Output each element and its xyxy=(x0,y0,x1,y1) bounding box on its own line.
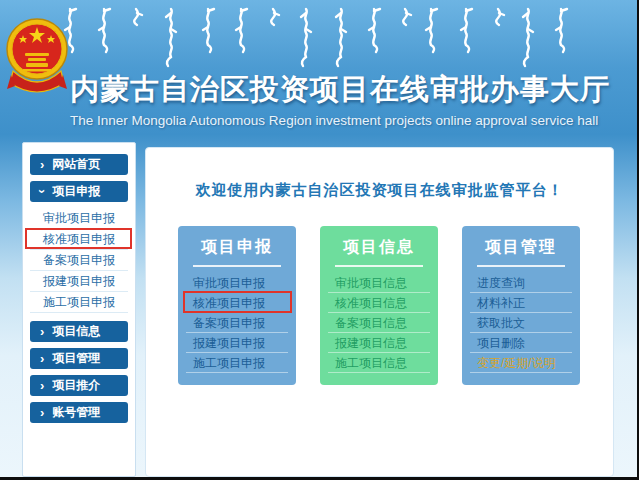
card-link-material-correction[interactable]: 材料补正 xyxy=(470,293,572,313)
card-link-progress-query[interactable]: 进度查询 xyxy=(470,273,572,293)
submenu-item-record-declare[interactable]: 备案项目申报 xyxy=(30,250,128,271)
card-divider xyxy=(477,265,565,267)
sidebar-item-project-info[interactable]: › 项目信息 xyxy=(30,321,128,342)
sidebar-item-project-promote[interactable]: › 项目推介 xyxy=(30,375,128,396)
card-link-construction-info[interactable]: 施工项目信息 xyxy=(328,353,430,373)
card-project-declare: 项目申报 审批项目申报 核准项目申报 备案项目申报 报建项目申报 施工项目申报 xyxy=(178,226,296,385)
shortcut-cards: 项目申报 审批项目申报 核准项目申报 备案项目申报 报建项目申报 施工项目申报 … xyxy=(146,226,613,385)
sidebar-submenu: 审批项目申报 核准项目申报 备案项目申报 报建项目申报 施工项目申报 xyxy=(30,208,128,313)
submenu-item-verify-declare[interactable]: 核准项目申报 xyxy=(30,229,128,250)
card-link-approval-declare[interactable]: 审批项目申报 xyxy=(186,273,288,293)
sidebar: › 网站首页 › 项目申报 审批项目申报 核准项目申报 备案项目申报 报建项目申… xyxy=(22,142,136,477)
sidebar-item-label: 账号管理 xyxy=(52,404,100,421)
sidebar-item-account-manage[interactable]: › 账号管理 xyxy=(30,402,128,423)
chevron-down-icon: › xyxy=(36,189,49,193)
card-link-record-declare[interactable]: 备案项目申报 xyxy=(186,313,288,333)
chevron-right-icon: › xyxy=(40,325,44,338)
card-link-verify-info[interactable]: 核准项目信息 xyxy=(328,293,430,313)
sidebar-item-label: 项目推介 xyxy=(52,377,100,394)
main-panel: 欢迎使用内蒙古自治区投资项目在线审批监管平台！ 项目申报 审批项目申报 核准项目… xyxy=(145,147,614,477)
chevron-right-icon: › xyxy=(40,158,44,171)
page: 内蒙古自治区投资项目在线审批办事大厅 The Inner Mongolia Au… xyxy=(0,0,639,480)
card-link-construction-apply-info[interactable]: 报建项目信息 xyxy=(328,333,430,353)
card-title: 项目信息 xyxy=(320,226,438,258)
card-link-construction-apply-declare[interactable]: 报建项目申报 xyxy=(186,333,288,353)
card-link-change-delay-note[interactable]: 变更/延期/说明 xyxy=(470,353,572,373)
sidebar-item-home[interactable]: › 网站首页 xyxy=(30,154,128,175)
welcome-message: 欢迎使用内蒙古自治区投资项目在线审批监管平台！ xyxy=(146,181,613,200)
chevron-right-icon: › xyxy=(40,406,44,419)
sidebar-item-label: 项目信息 xyxy=(52,323,100,340)
card-title: 项目管理 xyxy=(462,226,580,258)
card-divider xyxy=(335,265,423,267)
mongolian-script-banner xyxy=(62,5,582,73)
chevron-right-icon: › xyxy=(40,379,44,392)
card-link-record-info[interactable]: 备案项目信息 xyxy=(328,313,430,333)
card-link-construction-declare[interactable]: 施工项目申报 xyxy=(186,353,288,373)
card-title: 项目申报 xyxy=(178,226,296,258)
card-link-approval-info[interactable]: 审批项目信息 xyxy=(328,273,430,293)
card-link-get-approval-doc[interactable]: 获取批文 xyxy=(470,313,572,333)
sidebar-item-project-manage[interactable]: › 项目管理 xyxy=(30,348,128,369)
card-divider xyxy=(193,265,281,267)
sidebar-item-label: 项目申报 xyxy=(52,183,100,200)
site-subtitle-en: The Inner Mongolia Autonomous Region inv… xyxy=(70,113,635,128)
chevron-right-icon: › xyxy=(40,352,44,365)
site-title-block: 内蒙古自治区投资项目在线审批办事大厅 The Inner Mongolia Au… xyxy=(70,70,635,128)
card-project-info: 项目信息 审批项目信息 核准项目信息 备案项目信息 报建项目信息 施工项目信息 xyxy=(320,226,438,385)
site-title: 内蒙古自治区投资项目在线审批办事大厅 xyxy=(70,70,635,110)
card-link-project-delete[interactable]: 项目删除 xyxy=(470,333,572,353)
card-project-manage: 项目管理 进度查询 材料补正 获取批文 项目删除 变更/延期/说明 xyxy=(462,226,580,385)
submenu-item-construction-apply-declare[interactable]: 报建项目申报 xyxy=(30,271,128,292)
sidebar-item-label: 项目管理 xyxy=(52,350,100,367)
header: 内蒙古自治区投资项目在线审批办事大厅 The Inner Mongolia Au… xyxy=(0,0,639,142)
card-link-verify-declare[interactable]: 核准项目申报 xyxy=(186,293,288,313)
national-emblem-icon xyxy=(5,13,69,107)
submenu-item-approval-declare[interactable]: 审批项目申报 xyxy=(30,208,128,229)
sidebar-item-label: 网站首页 xyxy=(52,156,100,173)
sidebar-item-project-declare[interactable]: › 项目申报 xyxy=(30,181,128,202)
submenu-item-construction-declare[interactable]: 施工项目申报 xyxy=(30,292,128,313)
